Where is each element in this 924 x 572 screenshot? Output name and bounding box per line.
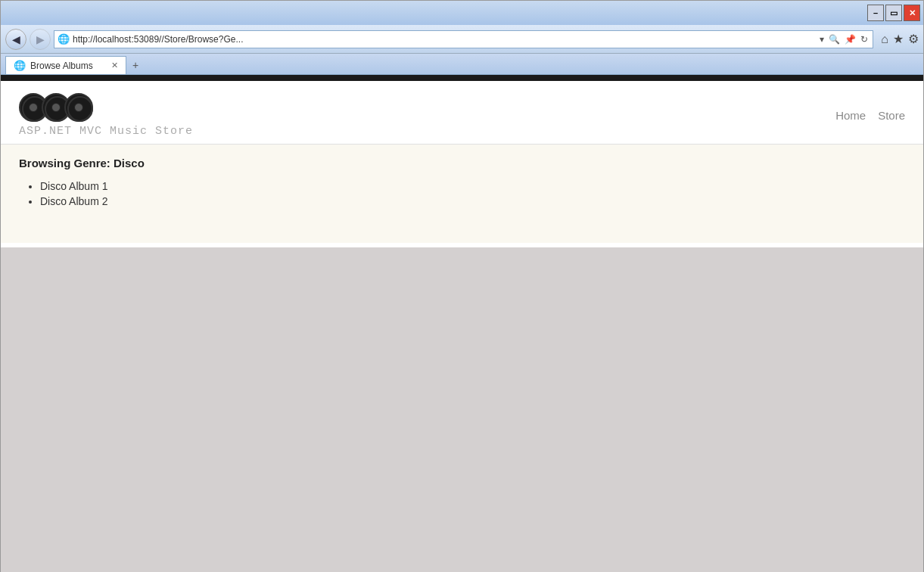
restore-button[interactable]: ▭ bbox=[885, 5, 902, 21]
refresh-icon[interactable]: ↻ bbox=[859, 34, 870, 45]
nav-home-link[interactable]: Home bbox=[835, 109, 866, 122]
title-bar: – ▭ ✕ bbox=[1, 1, 923, 25]
album-list: Disco Album 1 Disco Album 2 bbox=[19, 180, 905, 207]
address-actions: ▾ 🔍 📌 ↻ bbox=[818, 34, 870, 45]
back-button[interactable]: ◀ bbox=[5, 29, 26, 50]
site-logo-area: ASP.NET MVC Music Store bbox=[19, 93, 193, 138]
logo-records bbox=[19, 93, 193, 122]
search-dropdown-icon[interactable]: ▾ bbox=[818, 34, 826, 45]
page-content: Browsing Genre: Disco Disco Album 1 Disc… bbox=[1, 145, 923, 243]
address-text: http://localhost:53089//Store/Browse?Ge.… bbox=[73, 34, 815, 45]
site-header: ASP.NET MVC Music Store Home Store bbox=[1, 81, 923, 145]
forward-button[interactable]: ▶ bbox=[30, 29, 51, 50]
site-wrapper: ASP.NET MVC Music Store Home Store Brows… bbox=[1, 81, 923, 247]
list-item: Disco Album 1 bbox=[40, 180, 905, 192]
search-icon[interactable]: 🔍 bbox=[827, 34, 842, 45]
browser-right-icons: ⌂ ★ ⚙ bbox=[876, 32, 919, 46]
pin-icon[interactable]: 📌 bbox=[843, 34, 857, 45]
record-icon-3 bbox=[64, 93, 93, 122]
album-link-2[interactable]: Disco Album 2 bbox=[40, 195, 107, 207]
settings-icon[interactable]: ⚙ bbox=[908, 32, 919, 46]
tab-title: Browse Albums bbox=[30, 61, 93, 71]
favorites-icon[interactable]: ★ bbox=[893, 32, 904, 46]
black-bar bbox=[1, 75, 923, 81]
site-title: ASP.NET MVC Music Store bbox=[19, 125, 193, 138]
minimize-button[interactable]: – bbox=[867, 5, 884, 21]
browser-window: – ▭ ✕ ◀ ▶ 🌐 http://localhost:53089//Stor… bbox=[0, 0, 924, 572]
browsing-heading: Browsing Genre: Disco bbox=[19, 157, 905, 169]
new-tab-button[interactable]: + bbox=[126, 56, 145, 74]
list-item: Disco Album 2 bbox=[40, 195, 905, 207]
tab-close-button[interactable]: ✕ bbox=[111, 61, 118, 70]
browser-toolbar: ◀ ▶ 🌐 http://localhost:53089//Store/Brow… bbox=[1, 25, 923, 54]
gray-bottom-area bbox=[1, 247, 923, 572]
home-icon[interactable]: ⌂ bbox=[881, 33, 888, 46]
tab-ie-icon: 🌐 bbox=[14, 60, 26, 71]
address-ie-icon: 🌐 bbox=[58, 33, 70, 45]
album-link-1[interactable]: Disco Album 1 bbox=[40, 180, 107, 192]
address-bar[interactable]: 🌐 http://localhost:53089//Store/Browse?G… bbox=[54, 30, 873, 48]
active-tab[interactable]: 🌐 Browse Albums ✕ bbox=[5, 56, 126, 74]
window-controls: – ▭ ✕ bbox=[867, 5, 920, 21]
tab-bar: 🌐 Browse Albums ✕ + bbox=[1, 54, 923, 75]
close-button[interactable]: ✕ bbox=[904, 5, 920, 21]
nav-store-link[interactable]: Store bbox=[878, 109, 905, 122]
site-nav: Home Store bbox=[835, 109, 905, 122]
